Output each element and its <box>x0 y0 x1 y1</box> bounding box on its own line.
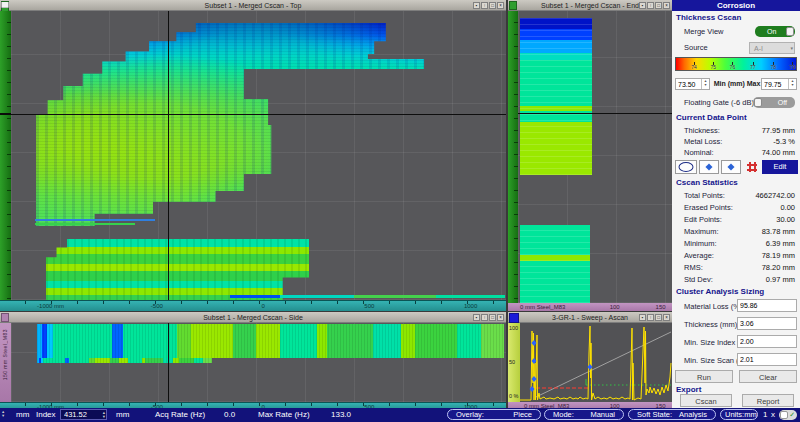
view-cscan-side[interactable]: Subset 1 - Merged Cscan - Side ▪ ↑ □ × 1… <box>0 312 506 410</box>
close-icon[interactable]: × <box>497 314 504 321</box>
index-field[interactable]: ▴ ▾ <box>60 409 107 420</box>
restore-up-icon[interactable]: ↑ <box>647 2 654 9</box>
maximize-icon[interactable]: □ <box>489 2 496 9</box>
toggle-knob <box>754 98 762 107</box>
maximize-icon[interactable]: □ <box>655 2 662 9</box>
run-button[interactable]: Run <box>675 370 733 383</box>
ascan-canvas[interactable] <box>520 323 672 402</box>
scale-min-spinbox[interactable]: ▴▾ <box>675 78 710 90</box>
scale-max-input[interactable] <box>763 79 788 89</box>
restore-up-icon[interactable]: ↑ <box>481 314 488 321</box>
ellipse-select-button[interactable] <box>675 160 697 174</box>
soft-state-selector[interactable]: Soft State: Analysis <box>628 409 716 420</box>
restore-up-icon[interactable]: ↑ <box>481 2 488 9</box>
spin-down-icon[interactable]: ▾ <box>704 82 706 87</box>
export-report-button[interactable]: Report <box>742 394 794 407</box>
floating-gate-toggle[interactable]: Off <box>753 97 795 108</box>
grid-tool-button[interactable] <box>743 160 760 174</box>
panel-title[interactable]: Corrosion <box>672 0 800 11</box>
crosshair-vertical[interactable] <box>168 11 169 300</box>
view-title-bar[interactable]: Subset 1 - Merged Cscan - Top ▪ ↑ □ × <box>0 0 506 11</box>
thickness-field[interactable] <box>737 317 797 330</box>
edit-button[interactable]: Edit <box>762 160 798 174</box>
stat-label: Erased Points: <box>684 203 733 212</box>
amplitude-ruler[interactable]: 100 50 0 % <box>508 323 520 402</box>
scale-max-spinbox[interactable]: ▴▾ <box>761 78 797 90</box>
ruler-ticks <box>0 301 506 304</box>
section-header-cluster-analysis: Cluster Analysis Sizing <box>676 287 764 296</box>
stat-value: 30.00 <box>776 215 795 224</box>
close-icon[interactable]: × <box>497 2 504 9</box>
status-toggle[interactable]: ✓ <box>779 410 797 420</box>
stat-value: 0.00 <box>780 203 795 212</box>
view-corner-icon[interactable] <box>509 1 517 10</box>
view-corner-icon[interactable] <box>509 313 519 323</box>
units-selector[interactable]: Units: mm <box>720 409 758 420</box>
vertical-ruler[interactable] <box>0 11 11 300</box>
spin-down-icon[interactable]: ▾ <box>103 414 105 419</box>
pin-icon[interactable]: ▪ <box>639 314 646 321</box>
maximize-icon[interactable]: □ <box>489 314 496 321</box>
stat-value: 78.19 mm <box>762 251 795 260</box>
axis-tick-label: 500 <box>364 303 374 309</box>
zoom-suffix: x <box>771 410 775 419</box>
crosshair-horizontal[interactable] <box>518 113 672 114</box>
maximize-icon[interactable]: □ <box>655 314 662 321</box>
scale-min-input[interactable] <box>677 79 702 89</box>
view-title-bar[interactable]: 3-GR-1 - Sweep - Ascan ▪ ↑ □ × <box>508 312 672 323</box>
axis-tick-label: 150 <box>656 304 666 310</box>
view-title-bar[interactable]: Subset 1 - Merged Cscan - End ▪ ↑ □ × <box>508 0 672 11</box>
check-icon: ✓ <box>789 410 795 420</box>
crosshair-vertical[interactable] <box>168 323 169 402</box>
cscan-thin-line <box>230 295 505 298</box>
index-field-stepper[interactable]: ▴ ▾ <box>103 411 105 419</box>
view-corner-icon[interactable] <box>1 313 9 322</box>
horizontal-ruler[interactable]: -1000 mm -500 0 500 1000 <box>0 300 506 311</box>
close-icon[interactable]: × <box>663 2 670 9</box>
mode-selector[interactable]: Mode: Manual <box>544 409 624 420</box>
pin-icon[interactable]: ▪ <box>639 2 646 9</box>
clear-button[interactable]: Clear <box>739 370 797 383</box>
cscan-side-canvas[interactable] <box>11 323 506 402</box>
next-point-button[interactable] <box>721 160 741 174</box>
spin-down-icon[interactable]: ▾ <box>2 413 4 418</box>
soft-state-label: Soft State: <box>637 410 672 419</box>
close-icon[interactable]: × <box>663 314 670 321</box>
material-loss-field[interactable] <box>737 299 797 312</box>
pin-icon[interactable]: ▪ <box>473 314 480 321</box>
view-ascan[interactable]: 3-GR-1 - Sweep - Ascan ▪ ↑ □ × 100 50 0 … <box>508 312 672 410</box>
stat-label: Thickness: <box>684 126 720 135</box>
index-stepper[interactable]: ▴ ▾ <box>2 410 4 418</box>
thickness-input[interactable] <box>738 318 796 329</box>
cscan-top-canvas[interactable] <box>11 11 506 300</box>
scale-tick-label: 79 <box>790 64 796 70</box>
min-size-scan-field[interactable] <box>737 353 797 366</box>
section-header-thickness-cscan: Thickness Cscan <box>676 13 741 22</box>
min-size-index-field[interactable] <box>737 335 797 348</box>
view-cscan-end[interactable]: Subset 1 - Merged Cscan - End ▪ ↑ □ × 0 … <box>508 0 672 311</box>
axis-tick-label: 0 <box>261 303 264 309</box>
export-cscan-button[interactable]: Cscan <box>680 394 732 407</box>
vertical-ruler[interactable]: 150 mm Steel_M83 <box>0 323 11 402</box>
horizontal-ruler[interactable]: 0 mm Steel_M83 100 150 <box>508 303 672 311</box>
restore-up-icon[interactable]: ↑ <box>647 314 654 321</box>
merge-view-toggle[interactable]: On <box>755 26 795 37</box>
stat-label: Edit Points: <box>684 215 722 224</box>
source-dropdown[interactable]: A-I ▾ <box>749 42 795 54</box>
previous-point-button[interactable] <box>699 160 719 174</box>
crosshair-horizontal[interactable] <box>11 114 506 115</box>
field-label: Thickness (mm) <box>684 320 737 329</box>
index-input[interactable] <box>62 410 98 419</box>
min-size-scan-input[interactable] <box>738 354 796 365</box>
min-size-index-input[interactable] <box>738 336 796 347</box>
view-title-bar[interactable]: Subset 1 - Merged Cscan - Side ▪ ↑ □ × <box>0 312 506 323</box>
pin-icon[interactable]: ▪ <box>473 2 480 9</box>
material-loss-input[interactable] <box>738 300 796 311</box>
cscan-end-canvas[interactable] <box>518 11 672 303</box>
stat-value: 77.95 mm <box>762 126 795 135</box>
vertical-ruler[interactable] <box>508 11 518 303</box>
spin-down-icon[interactable]: ▾ <box>791 82 793 87</box>
color-scale-bar[interactable]: 74 75 76 77 78 79 <box>675 57 797 71</box>
view-cscan-top[interactable]: Subset 1 - Merged Cscan - Top ▪ ↑ □ × -1… <box>0 0 506 311</box>
overlay-selector[interactable]: Overlay: Piece <box>447 409 541 420</box>
